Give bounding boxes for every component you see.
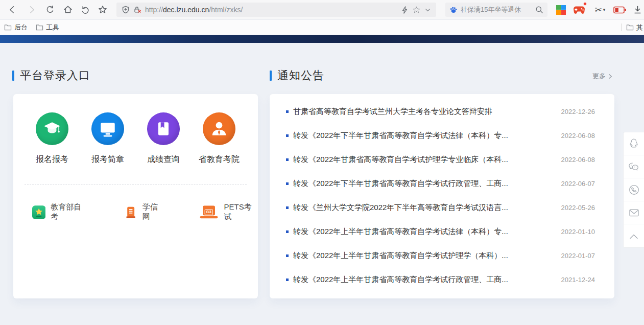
folder-icon	[36, 24, 43, 31]
notice-title[interactable]: 转发《兰州大学文学院2022年下半年高等教育自学考试汉语言...	[293, 203, 554, 213]
screenshot-button[interactable]: ✂ ▾	[591, 4, 609, 15]
undo-button[interactable]	[79, 4, 91, 16]
grid-square	[556, 10, 561, 15]
notice-section-header: 通知公告	[270, 68, 324, 83]
caret-down-icon: ▾	[603, 7, 606, 12]
grid-square	[561, 5, 566, 10]
grid-square	[561, 10, 566, 15]
notice-section-title: 通知公告	[277, 68, 324, 83]
notice-title[interactable]: 转发《2022年甘肃省高等教育自学考试护理学专业临床（本科...	[293, 155, 554, 165]
url-text[interactable]: http://dec.lzu.edu.cn/html/zxks/	[145, 6, 397, 14]
bookmark-folder-houtai[interactable]: 后台	[0, 21, 32, 34]
back-icon	[7, 5, 17, 15]
games-button[interactable]	[573, 4, 585, 15]
accent-bar	[12, 71, 14, 81]
grid-square	[556, 5, 561, 10]
notice-item[interactable]: 转发《2022年上半年甘肃省高等教育自学考试行政管理、工商... 2021-12…	[286, 268, 595, 292]
back-to-top-button[interactable]	[624, 224, 644, 247]
notice-title[interactable]: 甘肃省高等教育自学考试兰州大学主考各专业论文答辩安排	[293, 107, 554, 117]
favorite-star-icon[interactable]	[412, 6, 421, 14]
entry-circle	[91, 112, 124, 145]
undo-icon	[80, 5, 90, 15]
bookmark-folder-gongju[interactable]: 工具	[32, 21, 63, 34]
folder-icon	[626, 24, 634, 31]
login-section-title: 平台登录入口	[20, 68, 90, 83]
dashed-divider	[25, 184, 247, 185]
search-box[interactable]: 社保满15年坐等退休	[445, 3, 547, 17]
phone-contact-button[interactable]	[624, 178, 644, 201]
search-suggestion-text[interactable]: 社保满15年坐等退休	[461, 5, 532, 14]
notice-title[interactable]: 转发《2022年下半年甘肃省高等教育自学考试法律（本科）专...	[293, 131, 554, 141]
bullet-icon	[286, 206, 289, 209]
shield-icon[interactable]	[122, 6, 130, 14]
bookmark-page-button[interactable]	[97, 4, 109, 16]
quick-link-label: PETS考试	[224, 202, 258, 222]
g3-badge: G3	[204, 209, 213, 215]
notice-title[interactable]: 转发《2022年上半年甘肃省高等教育自学考试行政管理、工商...	[293, 275, 554, 285]
accent-bar	[270, 71, 272, 81]
floating-side-toolbar	[623, 132, 644, 248]
link-jiaoyubu-zikao[interactable]: 教育部自考	[32, 202, 88, 222]
url-path: /html/zxks/	[209, 6, 243, 14]
url-domain: dec.lzu.edu.cn	[163, 6, 209, 14]
refresh-button[interactable]	[44, 4, 56, 16]
entry-circle	[203, 112, 235, 145]
battery-button[interactable]	[613, 4, 627, 15]
bullet-icon	[286, 278, 289, 281]
bullet-icon	[286, 182, 289, 185]
laptop-icon: G3	[199, 205, 219, 219]
notice-title[interactable]: 转发《2022年上半年甘肃省高等教育自学考试法律（本科）专...	[293, 227, 554, 237]
notice-item[interactable]: 转发《2022年上半年甘肃省高等教育自学考试护理学（本科）... 2022-01…	[286, 244, 595, 268]
insecure-lock-icon[interactable]	[133, 6, 141, 14]
back-button[interactable]	[6, 4, 18, 16]
document-icon	[125, 205, 137, 219]
entry-baoming-baokao[interactable]: 报名报考	[25, 112, 80, 165]
browser-window: http://dec.lzu.edu.cn/html/zxks/ 社保满15年坐…	[0, 0, 644, 325]
notice-date: 2022-12-26	[561, 108, 595, 115]
entry-baokao-jianzhang[interactable]: 报考简章	[80, 112, 136, 165]
other-bookmarks-folder[interactable]: 其	[626, 23, 643, 32]
notice-title[interactable]: 转发《2022年上半年甘肃省高等教育自学考试护理学（本科）...	[293, 251, 554, 261]
home-button[interactable]	[62, 4, 74, 16]
downloads-button[interactable]	[631, 4, 643, 15]
notice-item[interactable]: 转发《2022年上半年甘肃省高等教育自学考试法律（本科）专... 2022-01…	[286, 220, 595, 244]
entry-sheng-jiaoyu-kaoyuan[interactable]: 省教育考院	[192, 112, 247, 165]
login-panel-card: 报名报考 报考简章 成绩查询 省教育考院	[13, 94, 258, 298]
notice-item[interactable]: 转发《2022年下半年甘肃省高等教育自学考试法律（本科）专... 2022-06…	[286, 124, 595, 148]
chevron-down-icon[interactable]	[424, 7, 431, 13]
notice-title[interactable]: 转发《2022年下半年甘肃省高等教育自学考试行政管理、工商...	[293, 179, 554, 189]
entry-circle	[36, 112, 68, 145]
entry-label: 省教育考院	[192, 154, 247, 165]
phone-icon	[629, 184, 639, 195]
address-bar[interactable]: http://dec.lzu.edu.cn/html/zxks/	[116, 3, 436, 17]
notice-date: 2022-06-08	[561, 132, 595, 140]
link-pets-kaoshi[interactable]: G3 PETS考试	[199, 202, 258, 222]
browser-toolbar: http://dec.lzu.edu.cn/html/zxks/ 社保满15年坐…	[0, 0, 644, 19]
entry-label: 成绩查询	[136, 154, 192, 165]
star-badge-icon	[32, 205, 45, 219]
wechat-contact-button[interactable]	[624, 155, 644, 178]
notice-item[interactable]: 转发《2022年甘肃省高等教育自学考试护理学专业临床（本科... 2022-06…	[286, 148, 595, 172]
notice-date: 2022-06-08	[561, 156, 595, 164]
mail-contact-button[interactable]	[624, 201, 644, 224]
notice-item[interactable]: 转发《兰州大学文学院2022年下半年高等教育自学考试汉语言... 2022-05…	[286, 196, 595, 220]
bookmark-label: 后台	[14, 23, 28, 32]
apps-grid-button[interactable]	[555, 4, 567, 15]
quick-links-row: 教育部自考 学信网 G3 PETS考试	[13, 202, 258, 222]
notice-date: 2022-06-07	[561, 180, 595, 188]
link-xuexinwang[interactable]: 学信网	[125, 202, 164, 222]
apps-grid-icon	[556, 5, 566, 15]
login-section-header: 平台登录入口	[12, 68, 90, 83]
notice-item[interactable]: 甘肃省高等教育自学考试兰州大学主考各专业论文答辩安排 2022-12-26	[286, 100, 595, 124]
notice-list: 甘肃省高等教育自学考试兰州大学主考各专业论文答辩安排 2022-12-26 转发…	[270, 94, 614, 292]
lightning-icon[interactable]	[401, 6, 409, 14]
search-icon[interactable]	[535, 6, 543, 14]
notice-item[interactable]: 转发《2022年下半年甘肃省高等教育自学考试行政管理、工商... 2022-06…	[286, 172, 595, 196]
qq-contact-button[interactable]	[624, 132, 644, 155]
entry-chengji-chaxun[interactable]: 成绩查询	[136, 112, 192, 165]
more-link[interactable]: 更多	[592, 72, 612, 81]
notice-date: 2022-05-26	[561, 204, 595, 212]
graduation-cap-icon	[42, 119, 62, 138]
login-entries: 报名报考 报考简章 成绩查询 省教育考院	[13, 112, 258, 165]
forward-button[interactable]	[26, 4, 38, 16]
